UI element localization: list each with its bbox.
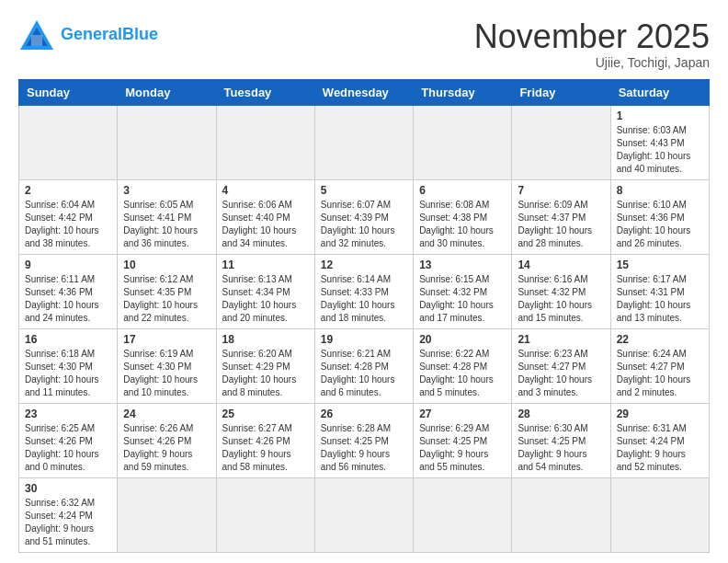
- day-info: Sunrise: 6:25 AM Sunset: 4:26 PM Dayligh…: [25, 422, 111, 474]
- logo: GeneralBlue: [18, 18, 158, 52]
- logo-text: GeneralBlue: [61, 26, 158, 44]
- day-number: 20: [419, 333, 506, 346]
- day-number: 29: [617, 408, 703, 420]
- calendar-cell: 4Sunrise: 6:06 AM Sunset: 4:40 PM Daylig…: [216, 179, 314, 254]
- page-header: GeneralBlue November 2025 Ujiie, Tochigi…: [18, 18, 710, 70]
- day-info: Sunrise: 6:05 AM Sunset: 4:41 PM Dayligh…: [123, 199, 210, 250]
- day-info: Sunrise: 6:22 AM Sunset: 4:28 PM Dayligh…: [419, 348, 506, 399]
- calendar-cell: 10Sunrise: 6:12 AM Sunset: 4:35 PM Dayli…: [118, 254, 216, 328]
- calendar-cell: 17Sunrise: 6:19 AM Sunset: 4:30 PM Dayli…: [118, 328, 216, 403]
- calendar-week-row: 30Sunrise: 6:32 AM Sunset: 4:24 PM Dayli…: [19, 477, 710, 552]
- day-number: 12: [321, 259, 407, 271]
- day-number: 15: [617, 259, 703, 271]
- day-info: Sunrise: 6:13 AM Sunset: 4:34 PM Dayligh…: [222, 273, 309, 325]
- day-number: 6: [419, 184, 506, 197]
- day-info: Sunrise: 6:16 AM Sunset: 4:32 PM Dayligh…: [518, 273, 604, 325]
- calendar-cell: [314, 105, 413, 179]
- day-number: 30: [25, 482, 111, 495]
- calendar-cell: 15Sunrise: 6:17 AM Sunset: 4:31 PM Dayli…: [610, 254, 709, 328]
- calendar-cell: [118, 105, 216, 179]
- day-info: Sunrise: 6:15 AM Sunset: 4:32 PM Dayligh…: [419, 273, 506, 325]
- calendar-cell: 13Sunrise: 6:15 AM Sunset: 4:32 PM Dayli…: [414, 254, 512, 328]
- day-info: Sunrise: 6:17 AM Sunset: 4:31 PM Dayligh…: [617, 273, 703, 325]
- day-info: Sunrise: 6:21 AM Sunset: 4:28 PM Dayligh…: [321, 348, 407, 399]
- logo-general: General: [61, 25, 122, 43]
- weekday-header: Wednesday: [314, 79, 413, 105]
- calendar-cell: [216, 477, 314, 552]
- day-number: 16: [25, 333, 111, 346]
- day-number: 13: [419, 259, 506, 271]
- day-number: 18: [222, 333, 309, 346]
- day-info: Sunrise: 6:06 AM Sunset: 4:40 PM Dayligh…: [222, 199, 309, 250]
- day-number: 8: [617, 184, 703, 197]
- weekday-header: Monday: [118, 79, 216, 105]
- month-title: November 2025: [474, 18, 710, 55]
- calendar-week-row: 9Sunrise: 6:11 AM Sunset: 4:36 PM Daylig…: [19, 254, 710, 328]
- calendar-week-row: 23Sunrise: 6:25 AM Sunset: 4:26 PM Dayli…: [19, 403, 710, 477]
- calendar-cell: 27Sunrise: 6:29 AM Sunset: 4:25 PM Dayli…: [414, 403, 512, 477]
- day-info: Sunrise: 6:04 AM Sunset: 4:42 PM Dayligh…: [25, 199, 111, 250]
- weekday-header: Tuesday: [216, 79, 314, 105]
- calendar-cell: 23Sunrise: 6:25 AM Sunset: 4:26 PM Dayli…: [19, 403, 118, 477]
- day-number: 24: [123, 408, 210, 420]
- day-info: Sunrise: 6:31 AM Sunset: 4:24 PM Dayligh…: [617, 422, 703, 474]
- day-number: 21: [518, 333, 604, 346]
- day-number: 23: [25, 408, 111, 420]
- day-info: Sunrise: 6:32 AM Sunset: 4:24 PM Dayligh…: [25, 497, 111, 548]
- weekday-header: Sunday: [19, 79, 118, 105]
- day-info: Sunrise: 6:03 AM Sunset: 4:43 PM Dayligh…: [617, 124, 703, 176]
- calendar-cell: 24Sunrise: 6:26 AM Sunset: 4:26 PM Dayli…: [118, 403, 216, 477]
- calendar-cell: 30Sunrise: 6:32 AM Sunset: 4:24 PM Dayli…: [19, 477, 118, 552]
- day-info: Sunrise: 6:11 AM Sunset: 4:36 PM Dayligh…: [25, 273, 111, 325]
- calendar-cell: 22Sunrise: 6:24 AM Sunset: 4:27 PM Dayli…: [610, 328, 709, 403]
- calendar-cell: 18Sunrise: 6:20 AM Sunset: 4:29 PM Dayli…: [216, 328, 314, 403]
- calendar-cell: 1Sunrise: 6:03 AM Sunset: 4:43 PM Daylig…: [610, 105, 709, 179]
- day-info: Sunrise: 6:12 AM Sunset: 4:35 PM Dayligh…: [123, 273, 210, 325]
- calendar-cell: 28Sunrise: 6:30 AM Sunset: 4:25 PM Dayli…: [512, 403, 610, 477]
- calendar-cell: [512, 477, 610, 552]
- calendar-cell: 12Sunrise: 6:14 AM Sunset: 4:33 PM Dayli…: [314, 254, 413, 328]
- calendar-cell: 26Sunrise: 6:28 AM Sunset: 4:25 PM Dayli…: [314, 403, 413, 477]
- calendar-cell: 21Sunrise: 6:23 AM Sunset: 4:27 PM Dayli…: [512, 328, 610, 403]
- day-number: 10: [123, 259, 210, 271]
- weekday-header: Thursday: [414, 79, 512, 105]
- calendar-cell: 19Sunrise: 6:21 AM Sunset: 4:28 PM Dayli…: [314, 328, 413, 403]
- day-info: Sunrise: 6:09 AM Sunset: 4:37 PM Dayligh…: [518, 199, 604, 250]
- calendar-cell: 29Sunrise: 6:31 AM Sunset: 4:24 PM Dayli…: [610, 403, 709, 477]
- calendar-cell: 20Sunrise: 6:22 AM Sunset: 4:28 PM Dayli…: [414, 328, 512, 403]
- calendar-cell: 5Sunrise: 6:07 AM Sunset: 4:39 PM Daylig…: [314, 179, 413, 254]
- day-number: 14: [518, 259, 604, 271]
- day-info: Sunrise: 6:29 AM Sunset: 4:25 PM Dayligh…: [419, 422, 506, 474]
- calendar-cell: 8Sunrise: 6:10 AM Sunset: 4:36 PM Daylig…: [610, 179, 709, 254]
- day-number: 28: [518, 408, 604, 420]
- calendar-cell: 25Sunrise: 6:27 AM Sunset: 4:26 PM Dayli…: [216, 403, 314, 477]
- calendar-cell: 7Sunrise: 6:09 AM Sunset: 4:37 PM Daylig…: [512, 179, 610, 254]
- logo-icon: [18, 18, 55, 52]
- svg-rect-2: [31, 35, 42, 46]
- day-info: Sunrise: 6:07 AM Sunset: 4:39 PM Dayligh…: [321, 199, 407, 250]
- calendar-week-row: 1Sunrise: 6:03 AM Sunset: 4:43 PM Daylig…: [19, 105, 710, 179]
- calendar-cell: 9Sunrise: 6:11 AM Sunset: 4:36 PM Daylig…: [19, 254, 118, 328]
- calendar-cell: [610, 477, 709, 552]
- calendar-cell: 3Sunrise: 6:05 AM Sunset: 4:41 PM Daylig…: [118, 179, 216, 254]
- day-number: 26: [321, 408, 407, 420]
- day-info: Sunrise: 6:30 AM Sunset: 4:25 PM Dayligh…: [518, 422, 604, 474]
- calendar-cell: [512, 105, 610, 179]
- day-number: 1: [617, 109, 703, 122]
- day-info: Sunrise: 6:23 AM Sunset: 4:27 PM Dayligh…: [518, 348, 604, 399]
- day-number: 5: [321, 184, 407, 197]
- weekday-header: Friday: [512, 79, 610, 105]
- calendar-cell: [19, 105, 118, 179]
- calendar-cell: 16Sunrise: 6:18 AM Sunset: 4:30 PM Dayli…: [19, 328, 118, 403]
- calendar-body: 1Sunrise: 6:03 AM Sunset: 4:43 PM Daylig…: [19, 105, 710, 552]
- day-number: 3: [123, 184, 210, 197]
- logo-blue: Blue: [122, 25, 158, 43]
- day-number: 19: [321, 333, 407, 346]
- day-number: 2: [25, 184, 111, 197]
- day-number: 9: [25, 259, 111, 271]
- day-info: Sunrise: 6:28 AM Sunset: 4:25 PM Dayligh…: [321, 422, 407, 474]
- day-info: Sunrise: 6:19 AM Sunset: 4:30 PM Dayligh…: [123, 348, 210, 399]
- calendar-cell: 11Sunrise: 6:13 AM Sunset: 4:34 PM Dayli…: [216, 254, 314, 328]
- calendar-cell: [216, 105, 314, 179]
- calendar-week-row: 16Sunrise: 6:18 AM Sunset: 4:30 PM Dayli…: [19, 328, 710, 403]
